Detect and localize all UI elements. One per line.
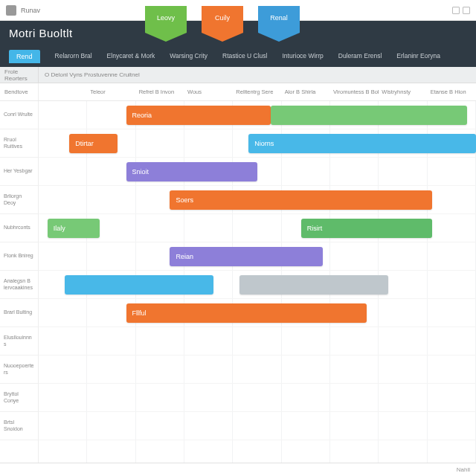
gantt-bar[interactable] [271, 106, 468, 125]
callout-tab[interactable]: Leovy [145, 6, 187, 33]
callout-tab[interactable]: Cuily [202, 6, 243, 33]
gantt-row: Reian [39, 242, 476, 271]
column-header: Refrel B Invon [136, 89, 184, 95]
breadcrumb: O Delonl Vyns Prostuvenne Cruitnel [39, 71, 140, 78]
gantt-row: Reoria [39, 101, 476, 129]
gantt-bar[interactable]: Reoria [126, 106, 271, 125]
sidebar-row-label[interactable]: Elusllouinnns [0, 327, 38, 356]
column-header: Bendtove [0, 83, 39, 100]
gantt-bar[interactable] [239, 275, 388, 295]
gantt-row: Fllful [39, 299, 476, 327]
app-name: Runav [21, 7, 40, 14]
callout-label: Cuily [215, 14, 230, 22]
gantt-row: Snioit [39, 158, 476, 186]
timeline-header: Bendtove Teleor Refrel B Invon Wous Rell… [0, 83, 476, 101]
nav-item[interactable]: Relarorn Bral [55, 52, 92, 63]
nav-item[interactable]: Warsing Crity [170, 52, 208, 63]
gantt-row [39, 384, 476, 412]
gantt-bar[interactable]: Reian [170, 247, 323, 266]
statusbar: Nahll [0, 463, 476, 476]
gantt-bar[interactable]: Niorns [248, 134, 476, 153]
column-header: Alor B Shirla [282, 89, 330, 95]
column-header: Wistryhnsty [379, 89, 427, 95]
sidebar-row-label[interactable]: Nubhrconts [0, 214, 38, 242]
row-labels-sidebar: Conrl WrulteRruol RuitivesHer YesbgarBrl… [0, 101, 39, 476]
sidebar-row-label[interactable]: Rruol Ruitives [0, 129, 38, 158]
content-area: Conrl WrulteRruol RuitivesHer YesbgarBrl… [0, 101, 476, 476]
column-header: Wous [184, 89, 233, 95]
gantt-row: DtirtarNiorns [39, 129, 476, 158]
column-header: Viromuntess B Boleboons [330, 89, 379, 95]
nav-row: Rend Relarorn Bral Elnycaret & Mork Wars… [9, 47, 467, 63]
gantt-chart[interactable]: ReoriaDtirtarNiornsSnioitSoersIlalyRisir… [39, 101, 476, 476]
gantt-row [39, 327, 476, 356]
callout-label: Leovy [157, 14, 175, 22]
sidebar-row-label[interactable]: Nuooepoerters [0, 356, 38, 384]
breadcrumb-bar: Frole Reorters O Delonl Vyns Prostuvenne… [0, 67, 476, 83]
window-icon[interactable] [452, 7, 460, 14]
gantt-bar[interactable]: Fllful [126, 303, 367, 323]
sidebar-row-label[interactable]: Bryttol Conye [0, 384, 38, 412]
breadcrumb[interactable]: Frole Reorters [0, 67, 39, 83]
gantt-bar[interactable]: Soers [170, 190, 432, 210]
gantt-bar[interactable]: Ilaly [48, 219, 100, 238]
gantt-bar[interactable]: Dtirtar [69, 134, 118, 153]
nav-item[interactable]: Elnycaret & Mork [107, 52, 155, 63]
sidebar-row-label[interactable]: Her Yesbgar [0, 158, 38, 186]
gantt-bar[interactable]: Snioit [126, 162, 257, 181]
gantt-bar[interactable] [65, 275, 213, 295]
column-header: Teleor [87, 89, 135, 95]
nav-item[interactable]: Erlaninr Eoryna [396, 52, 440, 63]
sidebar-row-label[interactable]: Ftonk Bnireg [0, 242, 38, 271]
gantt-row: IlalyRisirt [39, 214, 476, 242]
gantt-row: Soers [39, 186, 476, 214]
app-logo-icon [6, 5, 16, 16]
window-icon[interactable] [463, 7, 470, 14]
gantt-row [39, 356, 476, 384]
callout-label: Renal [270, 14, 288, 22]
sidebar-row-label[interactable]: Brarl Bulting [0, 299, 38, 327]
sidebar-row-label[interactable]: Brtsl Snoidon [0, 412, 38, 440]
column-header: Relltentrg Sere [233, 89, 281, 95]
status-label: Nahll [457, 466, 470, 473]
column-header: Etanse B Hion [428, 89, 476, 95]
nav-tab-active[interactable]: Rend [9, 50, 40, 63]
nav-item[interactable]: Duleram Erensl [338, 52, 382, 63]
sidebar-row-label[interactable]: Conrl Wrulte [0, 101, 38, 129]
nav-item[interactable]: Rtastice U Clusl [222, 52, 267, 63]
gantt-row [39, 271, 476, 299]
gantt-row [39, 412, 476, 440]
gantt-bar[interactable]: Risirt [301, 219, 432, 238]
sidebar-row-label[interactable]: Analegsn B lervcaakines [0, 271, 38, 299]
nav-item[interactable]: Inturioce Wirrp [282, 52, 323, 63]
sidebar-row-label[interactable]: Brliorgn Deoy [0, 186, 38, 214]
callout-tab[interactable]: Renal [258, 6, 300, 33]
